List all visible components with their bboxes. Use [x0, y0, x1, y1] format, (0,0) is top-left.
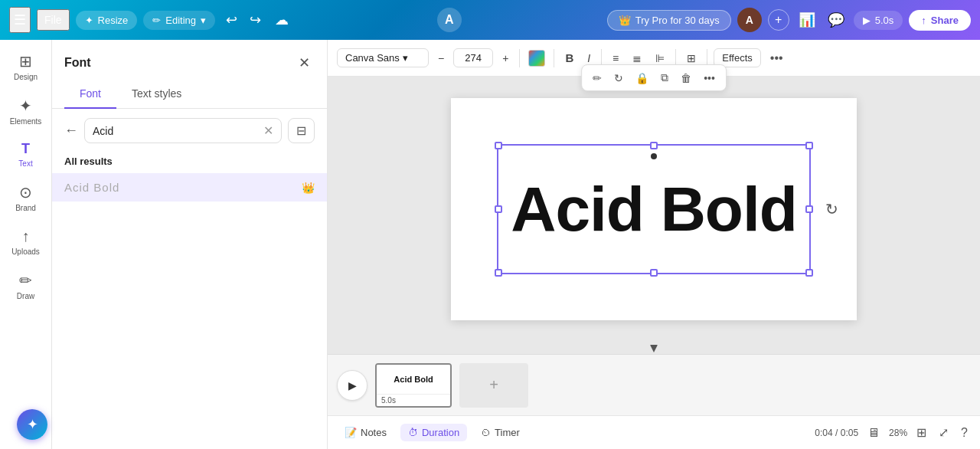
chevron-down-icon: ▾	[201, 15, 206, 26]
search-clear-button[interactable]: ✕	[263, 123, 273, 138]
canvas-area: ✏ ↻ 🔒 ⧉ 🗑 •••	[328, 77, 980, 449]
crown-icon: 👑	[302, 182, 315, 194]
pencil-icon: ✏	[152, 15, 161, 26]
color-button[interactable]	[526, 48, 547, 69]
text-icon: T	[21, 141, 30, 157]
play-icon: ▶	[863, 15, 871, 26]
sidebar-item-draw[interactable]: ✏ Draw	[4, 265, 48, 306]
dot-indicator	[651, 153, 657, 159]
more-options-button[interactable]: •••	[766, 48, 788, 68]
handle-bottom-left[interactable]	[495, 269, 502, 277]
sidebar-item-design[interactable]: ⊞ Design	[4, 46, 48, 87]
more-button[interactable]: •••	[699, 69, 720, 87]
play-button[interactable]: ▶ 5.0s	[854, 11, 903, 30]
lock-button[interactable]: 🔒	[631, 69, 653, 87]
editing-button[interactable]: ✏ Editing ▾	[143, 11, 215, 30]
font-panel: Font ✕ Font Text styles ← ✕ ⊟ All result…	[52, 40, 328, 449]
font-selector[interactable]: Canva Sans ▾	[337, 48, 429, 67]
notes-icon: 📝	[345, 427, 357, 438]
increase-font-button[interactable]: +	[498, 49, 513, 67]
draw-label: Draw	[17, 292, 34, 300]
font-panel-header: Font ✕	[52, 40, 327, 80]
bottom-bar: 📝 Notes ⏱ Duration ⏲ Timer 0:04 / 0:05 🖥…	[328, 415, 980, 449]
timeline: ▶ Acid Bold 5.0s +	[328, 354, 980, 415]
handle-top-left[interactable]	[495, 142, 502, 149]
magic-button[interactable]: ☁	[272, 8, 292, 31]
selection-toolbar: ✏ ↻ 🔒 ⧉ 🗑 •••	[581, 64, 727, 91]
tab-text-styles[interactable]: Text styles	[116, 80, 197, 109]
bold-button[interactable]: B	[560, 48, 578, 67]
add-clip-button[interactable]: +	[459, 363, 528, 408]
sidebar-item-uploads[interactable]: ↑ Uploads	[4, 221, 48, 262]
search-input-wrap: ✕	[84, 118, 282, 143]
font-panel-close-button[interactable]: ✕	[293, 52, 315, 74]
uploads-icon: ↑	[22, 228, 30, 245]
bottom-right-group: 0:04 / 0:05 🖥 28% ⊞ ⤢ ?	[815, 422, 971, 443]
search-input[interactable]	[93, 125, 259, 137]
try-pro-button[interactable]: 👑 Try Pro for 30 days	[607, 10, 731, 31]
clip-time-label: 5.0s	[377, 394, 450, 406]
menu-icon[interactable]: ☰	[9, 7, 31, 33]
font-a-button[interactable]: A	[437, 8, 462, 32]
sidebar-item-text[interactable]: T Text	[4, 135, 48, 174]
text-box[interactable]: Acid Bold ↻	[497, 144, 811, 274]
undo-button[interactable]: ↩	[221, 8, 242, 31]
refresh-button[interactable]: ↻	[609, 69, 628, 87]
decrease-font-button[interactable]: −	[433, 49, 449, 67]
handle-bottom-middle[interactable]	[650, 269, 658, 277]
chevron-down-icon: ▾	[403, 52, 408, 64]
timer-button[interactable]: ⏲ Timer	[473, 424, 528, 441]
redo-button[interactable]: ↪	[245, 8, 266, 31]
canvas-slide[interactable]: ✏ ↻ 🔒 ⧉ 🗑 •••	[451, 98, 857, 320]
monitor-button[interactable]: 🖥	[864, 423, 883, 443]
resize-icon: ✦	[85, 15, 93, 26]
crown-icon: 👑	[619, 15, 631, 26]
editor-area: Canva Sans ▾ − 274 + B I ≡ ≣ ⊫ ⊞ Effects…	[328, 40, 980, 449]
timeline-area: ▶ Acid Bold 5.0s +	[328, 342, 980, 415]
canvas-text: Acid Bold	[511, 173, 797, 245]
duration-icon: ⏱	[408, 427, 418, 438]
handle-bottom-right[interactable]	[805, 269, 813, 277]
chat-button[interactable]: 💬	[825, 8, 848, 31]
font-panel-title: Font	[64, 56, 91, 70]
design-icon: ⊞	[19, 52, 32, 70]
notes-button[interactable]: 📝 Notes	[337, 424, 394, 441]
font-result-item[interactable]: Acid Bold 👑	[52, 173, 327, 202]
edit-button[interactable]: ✏	[588, 69, 606, 87]
grid-view-button[interactable]: ⊞	[913, 422, 929, 443]
tab-font[interactable]: Font	[64, 80, 116, 109]
duration-button[interactable]: ⏱ Duration	[400, 424, 467, 441]
search-back-button[interactable]: ←	[64, 123, 78, 139]
avatar[interactable]: A	[737, 8, 762, 32]
sidebar-item-elements[interactable]: ✦ Elements	[4, 90, 48, 132]
time-display: 0:04 / 0:05	[815, 428, 858, 438]
undo-redo-group: ↩ ↪	[221, 8, 266, 31]
fullscreen-button[interactable]: ⤢	[936, 422, 952, 443]
font-size-input[interactable]: 274	[453, 48, 493, 67]
resize-button[interactable]: ✦ Resize	[76, 11, 138, 30]
separator	[519, 49, 520, 67]
share-button[interactable]: ↑ Share	[909, 10, 971, 31]
timeline-clip[interactable]: Acid Bold 5.0s	[375, 363, 452, 408]
results-label: All results	[52, 152, 327, 173]
filter-button[interactable]: ⊟	[288, 118, 315, 143]
timeline-play-button[interactable]: ▶	[337, 370, 368, 401]
add-collaborator-button[interactable]: +	[768, 9, 789, 31]
help-button[interactable]: ?	[958, 423, 971, 443]
navbar: ☰ File ✦ Resize ✏ Editing ▾ ↩ ↪ ☁ A 👑 Tr…	[0, 0, 980, 40]
magic-assistant-button[interactable]: ✦	[17, 409, 47, 440]
handle-middle-right[interactable]	[805, 205, 813, 213]
handle-top-middle[interactable]	[650, 142, 658, 149]
timeline-marker	[650, 345, 658, 352]
clip-preview: Acid Bold	[377, 365, 450, 394]
sidebar-item-brand[interactable]: ⊙ Brand	[4, 177, 48, 218]
delete-button[interactable]: 🗑	[676, 69, 696, 87]
file-button[interactable]: File	[37, 9, 70, 31]
handle-top-right[interactable]	[805, 142, 813, 149]
handle-middle-left[interactable]	[495, 205, 502, 213]
draw-icon: ✏	[19, 271, 32, 290]
stats-button[interactable]: 📊	[795, 8, 818, 31]
main-layout: ⊞ Design ✦ Elements T Text ⊙ Brand ↑ Upl…	[0, 40, 980, 449]
rotate-handle[interactable]: ↻	[825, 200, 838, 218]
copy-button[interactable]: ⧉	[656, 68, 673, 87]
